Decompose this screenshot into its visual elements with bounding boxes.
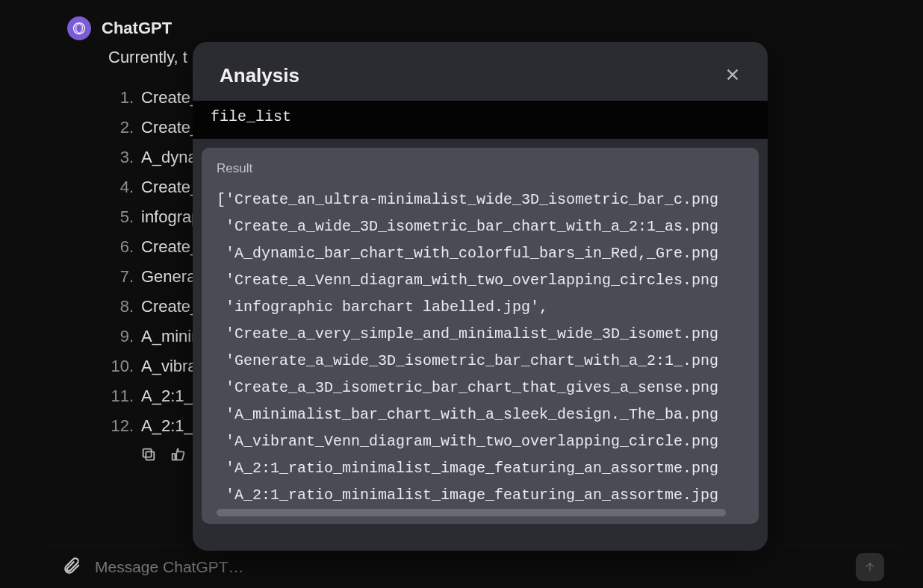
message-header: ChatGPT	[67, 16, 923, 40]
modal-header: Analysis	[193, 42, 768, 101]
paperclip-icon	[62, 556, 81, 575]
svg-rect-1	[146, 451, 154, 460]
code-input: file_list	[193, 101, 768, 139]
close-button[interactable]	[724, 66, 741, 86]
result-block: Result ['Create_an_ultra-minimalist_wide…	[202, 148, 759, 524]
openai-logo-icon	[72, 21, 87, 36]
arrow-up-icon	[863, 560, 877, 574]
analysis-modal: Analysis file_list Result ['Create_an_ul…	[193, 42, 768, 551]
attach-button[interactable]	[62, 556, 81, 578]
result-output: ['Create_an_ultra-minimalist_wide_3D_iso…	[217, 187, 744, 509]
copy-button[interactable]	[140, 446, 157, 463]
send-button[interactable]	[856, 553, 884, 581]
avatar	[67, 16, 91, 40]
svg-rect-2	[143, 449, 152, 457]
horizontal-scrollbar[interactable]	[217, 509, 726, 516]
svg-point-0	[74, 23, 85, 34]
modal-title: Analysis	[220, 64, 299, 87]
result-label: Result	[217, 161, 744, 176]
message-input[interactable]	[95, 558, 856, 576]
close-icon	[724, 66, 741, 83]
assistant-name: ChatGPT	[102, 19, 172, 38]
thumbs-up-icon	[170, 446, 187, 463]
thumbs-up-button[interactable]	[170, 446, 187, 463]
composer	[47, 545, 899, 588]
copy-icon	[140, 446, 157, 463]
